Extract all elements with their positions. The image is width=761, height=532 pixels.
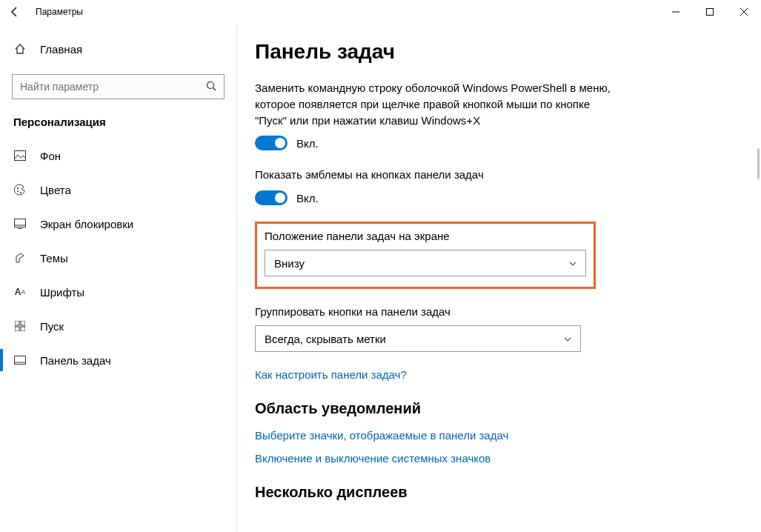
home-label: Главная — [40, 43, 82, 56]
sidebar-item-label: Шрифты — [40, 286, 84, 299]
sidebar-item-label: Экран блокировки — [40, 218, 133, 230]
section-title: Персонализация — [0, 113, 236, 139]
setting-description: Показать эмблемы на кнопках панели задач — [255, 167, 611, 183]
arrow-left-icon — [9, 6, 21, 18]
svg-rect-15 — [15, 327, 19, 331]
home-icon — [13, 43, 27, 55]
maximize-button[interactable] — [693, 0, 727, 24]
sidebar-item-label: Цвета — [40, 184, 71, 196]
sidebar-item-fonts[interactable]: AA Шрифты — [0, 275, 236, 309]
setting-group-buttons: Группировать кнопки на панели задач Всег… — [255, 305, 611, 352]
dropdown-value: Всегда, скрывать метки — [265, 333, 386, 345]
sidebar-item-taskbar[interactable]: Панель задач — [0, 343, 236, 377]
svg-rect-1 — [707, 9, 714, 16]
subheading-multiple-displays: Несколько дисплеев — [255, 484, 743, 501]
setting-powershell: Заменить командную строку оболочкой Wind… — [255, 80, 611, 150]
search-icon — [206, 81, 216, 93]
fonts-icon: AA — [13, 287, 27, 297]
toggle-powershell[interactable] — [255, 136, 288, 150]
svg-point-4 — [207, 82, 214, 88]
sidebar-item-label: Фон — [40, 150, 61, 162]
search-input[interactable] — [20, 81, 206, 93]
minimize-icon — [672, 8, 679, 16]
svg-rect-6 — [15, 151, 26, 161]
svg-rect-14 — [21, 321, 25, 325]
home-nav[interactable]: Главная — [0, 33, 236, 65]
setting-description: Заменить командную строку оболочкой Wind… — [255, 80, 611, 128]
svg-point-7 — [17, 187, 19, 189]
dropdown-group-buttons[interactable]: Всегда, скрывать метки — [255, 325, 581, 352]
svg-point-9 — [20, 192, 21, 193]
close-icon — [740, 8, 748, 16]
chevron-down-icon — [564, 334, 571, 343]
title-bar: Параметры — [0, 0, 761, 24]
maximize-icon — [706, 8, 714, 16]
sidebar-item-colors[interactable]: Цвета — [0, 173, 236, 207]
sidebar-item-start[interactable]: Пуск — [0, 309, 236, 343]
link-select-icons[interactable]: Выберите значки, отображаемые в панели з… — [255, 429, 743, 442]
chevron-down-icon — [569, 259, 576, 267]
link-system-icons[interactable]: Включение и выключение системных значков — [255, 452, 743, 465]
taskbar-icon — [13, 356, 27, 365]
toggle-state-label: Вкл. — [296, 192, 319, 205]
sidebar-item-label: Пуск — [40, 320, 64, 333]
subheading-notification-area: Область уведомлений — [255, 400, 743, 417]
palette-icon — [13, 184, 27, 196]
window-title: Параметры — [30, 7, 83, 17]
svg-rect-17 — [15, 356, 26, 365]
svg-rect-13 — [15, 321, 19, 325]
sidebar-item-background[interactable]: Фон — [0, 139, 236, 173]
picture-icon — [13, 150, 27, 161]
dropdown-label: Положение панели задач на экране — [265, 230, 586, 242]
close-button[interactable] — [727, 0, 761, 24]
sidebar: Главная Персонализация Фон Цвета Экран б… — [0, 24, 237, 532]
sidebar-item-label: Темы — [40, 252, 68, 265]
sidebar-item-label: Панель задач — [40, 354, 111, 367]
minimize-button[interactable] — [659, 0, 693, 24]
dropdown-label: Группировать кнопки на панели задач — [255, 305, 611, 318]
highlighted-setting: Положение панели задач на экране Внизу — [255, 222, 596, 289]
toggle-state-label: Вкл. — [296, 137, 319, 150]
themes-icon — [13, 252, 27, 264]
sidebar-item-lockscreen[interactable]: Экран блокировки — [0, 207, 236, 241]
svg-point-8 — [17, 190, 19, 192]
search-box[interactable] — [12, 74, 225, 99]
main-content: Панель задач Заменить командную строку о… — [237, 24, 761, 532]
sidebar-item-themes[interactable]: Темы — [0, 241, 236, 275]
toggle-badges[interactable] — [255, 190, 288, 205]
back-button[interactable] — [0, 0, 30, 24]
setting-badges: Показать эмблемы на кнопках панели задач… — [255, 167, 611, 205]
scrollbar-thumb[interactable] — [757, 148, 760, 179]
page-title: Панель задач — [255, 40, 743, 64]
svg-rect-16 — [21, 327, 25, 331]
dropdown-value: Внизу — [274, 257, 305, 270]
dropdown-taskbar-position[interactable]: Внизу — [265, 250, 586, 276]
help-link[interactable]: Как настроить панели задач? — [255, 368, 743, 381]
start-icon — [13, 321, 27, 331]
svg-rect-10 — [15, 219, 26, 227]
lockscreen-icon — [13, 219, 27, 229]
svg-line-5 — [213, 87, 216, 90]
